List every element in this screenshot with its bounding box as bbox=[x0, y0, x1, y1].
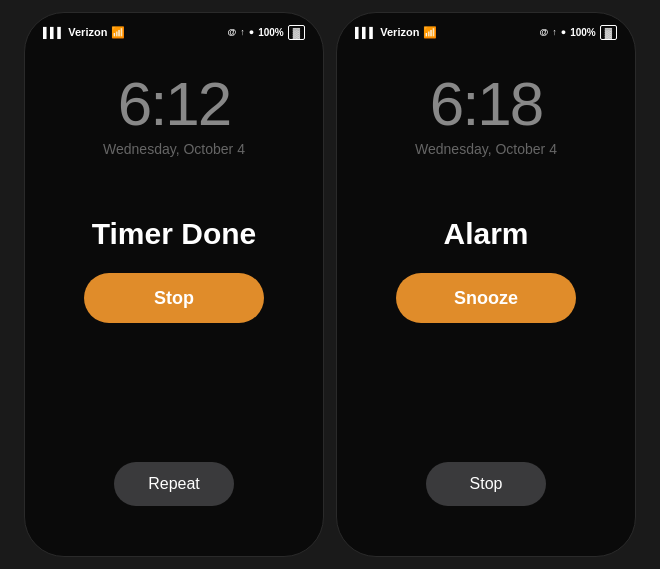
timer-phone: ▌▌▌ Verizon 📶 @ ↑ ● 100% ▓ 6:12 Wednesda… bbox=[24, 12, 324, 557]
status-left-1: ▌▌▌ Verizon 📶 bbox=[43, 26, 125, 39]
date-display-1: Wednesday, October 4 bbox=[103, 141, 245, 157]
battery-level-2: 100% bbox=[570, 27, 596, 38]
status-left-2: ▌▌▌ Verizon 📶 bbox=[355, 26, 437, 39]
wifi-icon-1: 📶 bbox=[111, 26, 125, 39]
notification-title-2: Alarm bbox=[443, 217, 528, 251]
snooze-button[interactable]: Snooze bbox=[396, 273, 576, 323]
wifi-icon-2: 📶 bbox=[423, 26, 437, 39]
carrier-label-1: Verizon bbox=[68, 26, 107, 38]
battery-icon-1: ▓ bbox=[288, 25, 305, 40]
clock-display-1: 6:12 bbox=[118, 73, 231, 135]
notification-title-1: Timer Done bbox=[92, 217, 257, 251]
location-icon-1: @ bbox=[227, 27, 236, 37]
signal-icon-1: ▌▌▌ bbox=[43, 27, 64, 38]
arrow-icon-1: ↑ bbox=[240, 27, 245, 37]
signal-icon-2: ▌▌▌ bbox=[355, 27, 376, 38]
dot-icon-2: ● bbox=[561, 27, 566, 37]
status-right-2: @ ↑ ● 100% ▓ bbox=[539, 25, 617, 40]
alarm-phone: ▌▌▌ Verizon 📶 @ ↑ ● 100% ▓ 6:18 Wednesda… bbox=[336, 12, 636, 557]
clock-display-2: 6:18 bbox=[430, 73, 543, 135]
carrier-label-2: Verizon bbox=[380, 26, 419, 38]
arrow-icon-2: ↑ bbox=[552, 27, 557, 37]
repeat-button[interactable]: Repeat bbox=[114, 462, 234, 506]
battery-icon-2: ▓ bbox=[600, 25, 617, 40]
stop-button[interactable]: Stop bbox=[84, 273, 264, 323]
status-bar-2: ▌▌▌ Verizon 📶 @ ↑ ● 100% ▓ bbox=[337, 13, 635, 45]
dot-icon-1: ● bbox=[249, 27, 254, 37]
phones-container: ▌▌▌ Verizon 📶 @ ↑ ● 100% ▓ 6:12 Wednesda… bbox=[24, 12, 636, 557]
date-display-2: Wednesday, October 4 bbox=[415, 141, 557, 157]
battery-level-1: 100% bbox=[258, 27, 284, 38]
status-right-1: @ ↑ ● 100% ▓ bbox=[227, 25, 305, 40]
location-icon-2: @ bbox=[539, 27, 548, 37]
stop-button-2[interactable]: Stop bbox=[426, 462, 546, 506]
status-bar-1: ▌▌▌ Verizon 📶 @ ↑ ● 100% ▓ bbox=[25, 13, 323, 45]
